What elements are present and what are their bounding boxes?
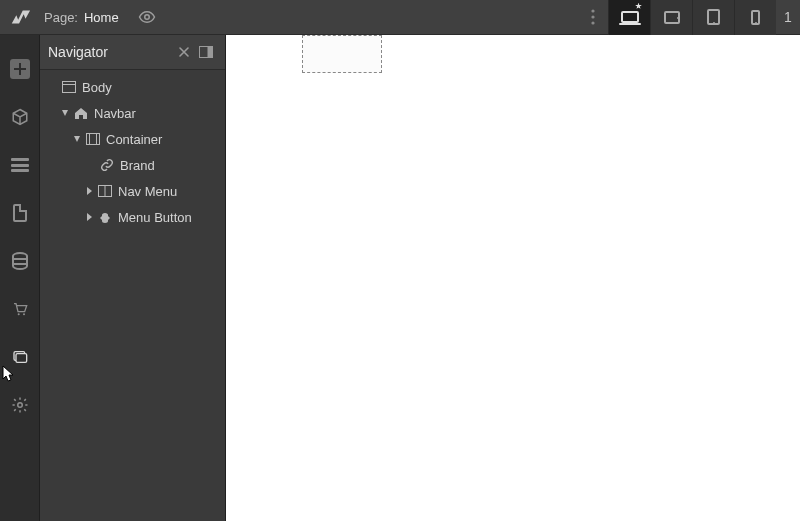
device-phone[interactable]: [734, 0, 776, 35]
cart-icon: [11, 301, 29, 317]
navigator-panel: Navigator Body: [40, 35, 226, 521]
tree-label: Navbar: [94, 106, 136, 121]
svg-point-4: [17, 313, 19, 315]
tree-label: Menu Button: [118, 210, 192, 225]
tablet-portrait-icon: [707, 9, 720, 25]
svg-rect-13: [87, 134, 100, 145]
assets-button[interactable]: [0, 333, 40, 381]
settings-button[interactable]: [0, 381, 40, 429]
container-icon: [84, 133, 102, 145]
tree-item-body[interactable]: Body: [40, 74, 225, 100]
phone-icon: [751, 10, 760, 25]
svg-point-3: [591, 21, 594, 24]
navigator-panel-header: Navigator: [40, 35, 225, 70]
plus-icon: [10, 59, 30, 79]
page-name-text: Home: [84, 10, 119, 25]
device-switcher: [608, 0, 776, 35]
body-icon: [60, 81, 78, 93]
overflow-menu-icon[interactable]: [578, 9, 608, 25]
page-label-text: Page:: [44, 10, 78, 25]
tree-item-menu-button[interactable]: Menu Button: [40, 204, 225, 230]
laptop-icon: [621, 11, 639, 23]
device-desktop[interactable]: [608, 0, 650, 35]
topbar: Page: Home 1: [0, 0, 800, 35]
tree-item-brand[interactable]: Brand: [40, 152, 225, 178]
svg-point-8: [17, 403, 22, 408]
svg-point-5: [23, 313, 25, 315]
menu-button-icon: [96, 211, 114, 224]
database-icon: [12, 252, 28, 270]
add-element-button[interactable]: [0, 45, 40, 93]
navigator-tree: Body Navbar Container: [40, 70, 225, 234]
pages-button[interactable]: [0, 189, 40, 237]
brand-placeholder[interactable]: [302, 35, 382, 73]
preview-icon[interactable]: [133, 3, 161, 31]
tree-label: Body: [82, 80, 112, 95]
gear-icon: [11, 396, 29, 414]
tree-label: Brand: [120, 158, 155, 173]
navigator-icon: [11, 158, 29, 172]
left-rail: [0, 35, 40, 521]
svg-point-2: [591, 15, 594, 18]
tree-item-nav-menu[interactable]: Nav Menu: [40, 178, 225, 204]
assets-icon: [11, 349, 29, 365]
svg-point-1: [591, 9, 594, 12]
nav-menu-icon: [96, 185, 114, 197]
svg-rect-14: [90, 134, 97, 145]
navigator-button[interactable]: [0, 141, 40, 189]
svg-rect-7: [16, 354, 27, 363]
tree-twisty-collapsed[interactable]: [82, 213, 96, 221]
cube-icon: [11, 108, 29, 126]
device-tablet-portrait[interactable]: [692, 0, 734, 35]
canvas[interactable]: [226, 35, 800, 521]
svg-rect-10: [208, 47, 213, 58]
device-tablet-landscape[interactable]: [650, 0, 692, 35]
tree-twisty-expanded[interactable]: [58, 109, 72, 117]
navigator-panel-title: Navigator: [48, 44, 173, 60]
tablet-landscape-icon: [664, 11, 680, 24]
tree-item-navbar[interactable]: Navbar: [40, 100, 225, 126]
tree-label: Nav Menu: [118, 184, 177, 199]
panel-dock-icon[interactable]: [195, 41, 217, 63]
tree-twisty-collapsed[interactable]: [82, 187, 96, 195]
page-icon: [13, 204, 27, 222]
panel-pin-icon[interactable]: [173, 41, 195, 63]
breakpoint-count: 1: [776, 9, 800, 25]
svg-rect-11: [63, 82, 76, 93]
home-icon: [72, 107, 90, 120]
cms-button[interactable]: [0, 237, 40, 285]
symbols-button[interactable]: [0, 93, 40, 141]
page-selector[interactable]: Page: Home: [40, 10, 119, 25]
svg-point-0: [144, 15, 149, 20]
ecommerce-button[interactable]: [0, 285, 40, 333]
webflow-logo[interactable]: [0, 0, 40, 35]
main-area: Navigator Body: [0, 35, 800, 521]
link-icon: [98, 158, 116, 172]
tree-twisty-expanded[interactable]: [70, 135, 84, 143]
tree-label: Container: [106, 132, 162, 147]
tree-item-container[interactable]: Container: [40, 126, 225, 152]
